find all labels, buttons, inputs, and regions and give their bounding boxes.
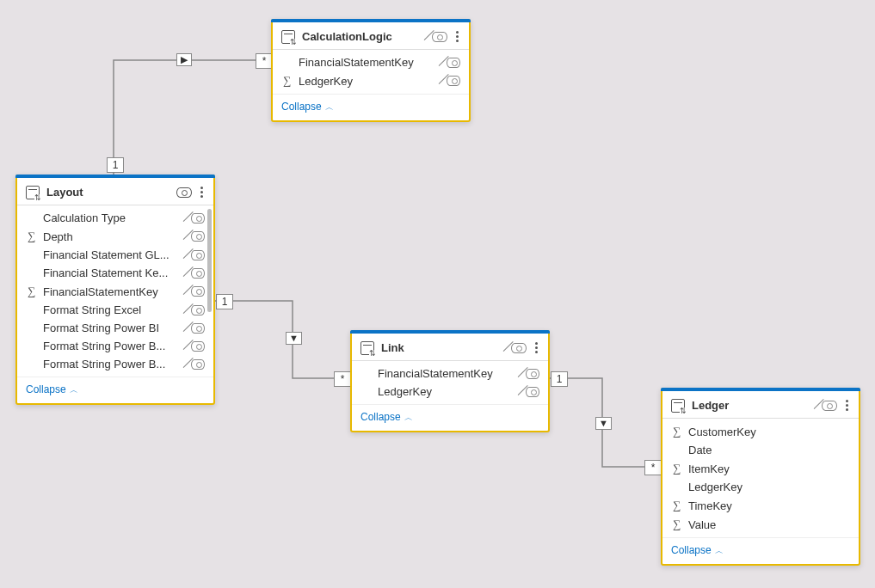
direction-arrow: ▼ [286,332,302,345]
field-row[interactable]: Format String Power BI [17,319,213,337]
hidden-icon[interactable] [191,341,205,352]
table-title: CalculationLogic [302,30,425,43]
collapse-link[interactable]: Collapse ︿ [360,411,413,423]
cardinality-1: 1 [551,371,568,387]
sigma-icon: ∑ [671,499,683,512]
hidden-icon[interactable] [191,286,205,297]
table-calculationlogic[interactable]: CalculationLogic FinancialStatementKey ∑… [271,19,471,122]
collapse-link[interactable]: Collapse ︿ [671,544,724,556]
field-name: FinancialStatementKey [299,56,441,69]
field-name: Format String Excel [43,303,186,316]
more-options-icon[interactable] [844,398,850,413]
cardinality-many: * [256,53,273,69]
field-name: Financial Statement GL... [43,248,186,261]
table-icon [281,30,295,44]
direction-arrow: ▶ [176,53,192,66]
visibility-icon[interactable] [511,343,527,353]
hidden-icon[interactable] [191,268,205,279]
field-name: Format String Power B... [43,358,186,371]
more-options-icon[interactable] [199,185,205,199]
field-name: Format String Power BI [43,322,186,334]
chevron-up-icon: ︿ [324,102,335,112]
field-row[interactable]: LedgerKey [352,383,548,401]
field-name: TimeKey [688,499,831,512]
more-options-icon[interactable] [454,29,460,44]
field-name: CustomerKey [688,426,831,438]
field-name: Format String Power B... [43,340,186,352]
field-name: LedgerKey [688,481,831,493]
visibility-icon[interactable] [176,187,192,198]
field-row[interactable]: ∑LedgerKey [273,71,469,90]
field-row[interactable]: LedgerKey [662,478,859,496]
field-row[interactable]: ∑Depth [17,227,213,246]
hidden-icon[interactable] [526,369,539,379]
collapse-link[interactable]: Collapse ︿ [281,101,334,113]
hidden-icon[interactable] [191,323,205,334]
sigma-icon: ∑ [26,285,38,298]
field-name: LedgerKey [299,75,441,88]
sigma-icon: ∑ [671,425,683,438]
table-icon [671,399,685,413]
field-name: LedgerKey [378,385,521,398]
field-row[interactable]: ∑TimeKey [662,496,859,515]
field-row[interactable]: Format String Power B... [17,337,213,355]
field-name: Value [688,518,831,531]
more-options-icon[interactable] [533,340,539,355]
field-row[interactable]: ∑Value [662,515,859,534]
table-layout[interactable]: Layout Calculation Type ∑Depth Financial… [15,175,215,405]
collapse-link[interactable]: Collapse ︿ [26,383,78,395]
field-row[interactable]: ∑ItemKey [662,459,859,478]
field-row[interactable]: Format String Power B... [17,355,213,373]
table-icon [360,341,374,355]
table-icon [26,186,40,199]
table-title: Layout [46,186,169,199]
field-row[interactable]: Calculation Type [17,209,213,227]
table-ledger[interactable]: Ledger ∑CustomerKey Date ∑ItemKey Ledger… [661,388,860,566]
sigma-icon: ∑ [26,230,38,243]
hidden-icon[interactable] [191,213,205,224]
visibility-icon[interactable] [822,401,837,411]
hidden-icon[interactable] [447,76,460,86]
hidden-icon[interactable] [191,359,205,370]
field-name: Date [688,444,831,456]
table-link[interactable]: Link FinancialStatementKey LedgerKey Col… [350,330,550,432]
field-name: Calculation Type [43,211,186,224]
field-name: FinancialStatementKey [43,285,186,298]
field-row[interactable]: ∑FinancialStatementKey [17,282,213,301]
field-row[interactable]: Date [662,441,859,459]
field-row[interactable]: FinancialStatementKey [273,53,469,71]
sigma-icon: ∑ [281,74,293,88]
sigma-icon: ∑ [671,462,683,475]
field-name: FinancialStatementKey [378,367,521,380]
table-title: Ledger [692,399,815,412]
hidden-icon[interactable] [191,231,205,242]
field-row[interactable]: ∑CustomerKey [662,422,859,441]
field-name: ItemKey [688,462,831,475]
table-title: Link [381,341,504,354]
cardinality-many: * [644,460,662,475]
hidden-icon[interactable] [447,58,460,68]
chevron-up-icon: ︿ [713,546,724,555]
field-row[interactable]: Financial Statement GL... [17,246,213,264]
chevron-up-icon: ︿ [68,385,79,395]
field-row[interactable]: Format String Excel [17,301,213,319]
field-name: Depth [43,230,186,243]
field-row[interactable]: Financial Statement Ke... [17,264,213,282]
sigma-icon: ∑ [671,518,683,531]
direction-arrow: ▼ [595,417,612,430]
visibility-icon[interactable] [432,32,447,42]
cardinality-many: * [334,371,351,387]
hidden-icon[interactable] [526,387,539,397]
field-name: Financial Statement Ke... [43,266,186,279]
cardinality-1: 1 [107,157,124,173]
cardinality-1: 1 [216,294,233,309]
chevron-up-icon: ︿ [403,413,414,422]
hidden-icon[interactable] [191,250,205,260]
field-row[interactable]: FinancialStatementKey [352,364,548,383]
hidden-icon[interactable] [191,305,205,315]
